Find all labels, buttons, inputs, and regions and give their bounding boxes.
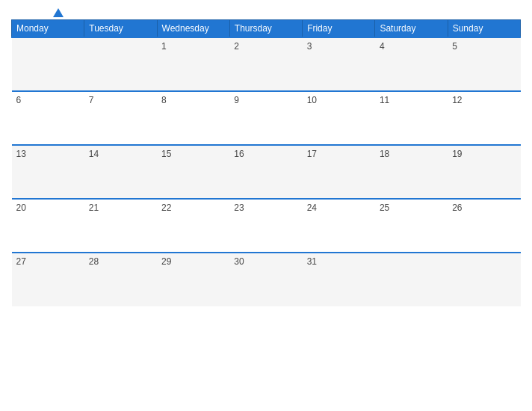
calendar-day-cell: 18	[375, 145, 448, 199]
calendar-day-cell: 29	[157, 253, 229, 306]
day-number: 19	[452, 149, 462, 159]
calendar-page: Monday Tuesday Wednesday Thursday Friday…	[0, 0, 532, 411]
calendar-day-cell: 10	[303, 91, 375, 145]
calendar-day-cell: 30	[229, 253, 302, 306]
day-number: 24	[307, 203, 317, 213]
col-friday: Friday	[303, 20, 375, 38]
day-number: 17	[307, 149, 317, 159]
day-number: 4	[380, 41, 385, 52]
day-number: 7	[89, 95, 94, 105]
calendar-day-cell: 9	[229, 91, 302, 145]
calendar-day-cell: 13	[12, 145, 84, 199]
day-number: 13	[16, 149, 26, 159]
calendar-day-cell: 20	[12, 199, 84, 253]
calendar-day-cell: 2	[229, 37, 302, 91]
calendar-day-cell: 12	[448, 91, 520, 145]
day-number: 22	[161, 203, 171, 213]
day-number: 26	[452, 203, 462, 213]
calendar-day-cell	[84, 37, 157, 91]
calendar-day-cell: 4	[375, 37, 448, 91]
day-number: 18	[380, 149, 389, 159]
calendar-week-row: 20212223242526	[12, 199, 521, 253]
calendar-day-cell: 5	[448, 37, 520, 91]
calendar-day-cell: 24	[303, 199, 375, 253]
day-number: 23	[234, 203, 244, 213]
day-number: 3	[307, 41, 312, 52]
calendar-day-cell: 27	[12, 253, 84, 306]
day-number: 15	[161, 149, 171, 159]
day-number: 10	[307, 95, 317, 105]
calendar-week-row: 2728293031	[12, 253, 521, 306]
calendar-table: Monday Tuesday Wednesday Thursday Friday…	[11, 19, 521, 306]
calendar-day-cell	[12, 37, 84, 91]
day-number: 6	[16, 95, 22, 105]
day-number: 27	[16, 256, 26, 267]
calendar-day-cell: 26	[448, 199, 520, 253]
day-number: 28	[89, 256, 99, 267]
calendar-day-cell: 22	[157, 199, 229, 253]
calendar-week-row: 13141516171819	[12, 145, 521, 199]
day-number: 21	[89, 203, 99, 213]
col-tuesday: Tuesday	[84, 20, 157, 38]
calendar-day-cell: 25	[375, 199, 448, 253]
day-number: 14	[89, 149, 99, 159]
day-number: 1	[161, 41, 167, 52]
calendar-week-row: 6789101112	[12, 91, 521, 145]
day-number: 11	[380, 95, 389, 105]
day-number: 2	[234, 41, 239, 52]
day-number: 8	[161, 95, 167, 105]
calendar-day-cell: 1	[157, 37, 229, 91]
calendar-day-cell: 19	[448, 145, 520, 199]
day-number: 9	[234, 95, 239, 105]
calendar-day-cell: 17	[303, 145, 375, 199]
calendar-day-cell: 6	[12, 91, 84, 145]
logo-triangle-icon	[53, 8, 64, 17]
day-number: 29	[161, 256, 171, 267]
day-number: 30	[234, 256, 244, 267]
col-monday: Monday	[12, 20, 84, 38]
calendar-day-cell: 21	[84, 199, 157, 253]
col-thursday: Thursday	[229, 20, 302, 38]
calendar-day-cell: 8	[157, 91, 229, 145]
calendar-header-row: Monday Tuesday Wednesday Thursday Friday…	[12, 20, 521, 38]
day-number: 12	[452, 95, 462, 105]
day-number: 16	[234, 149, 244, 159]
calendar-week-row: 12345	[12, 37, 521, 91]
calendar-header	[11, 7, 521, 13]
day-number: 20	[16, 203, 26, 213]
calendar-day-cell: 23	[229, 199, 302, 253]
calendar-day-cell: 28	[84, 253, 157, 306]
calendar-day-cell: 15	[157, 145, 229, 199]
day-number: 5	[452, 41, 457, 52]
calendar-day-cell: 3	[303, 37, 375, 91]
col-sunday: Sunday	[448, 20, 520, 38]
calendar-day-cell: 14	[84, 145, 157, 199]
day-number: 25	[380, 203, 389, 213]
col-saturday: Saturday	[375, 20, 448, 38]
calendar-day-cell: 11	[375, 91, 448, 145]
calendar-day-cell: 7	[84, 91, 157, 145]
day-number: 31	[307, 256, 317, 267]
calendar-day-cell	[448, 253, 520, 306]
col-wednesday: Wednesday	[157, 20, 229, 38]
calendar-day-cell: 16	[229, 145, 302, 199]
calendar-day-cell	[375, 253, 448, 306]
calendar-day-cell: 31	[303, 253, 375, 306]
